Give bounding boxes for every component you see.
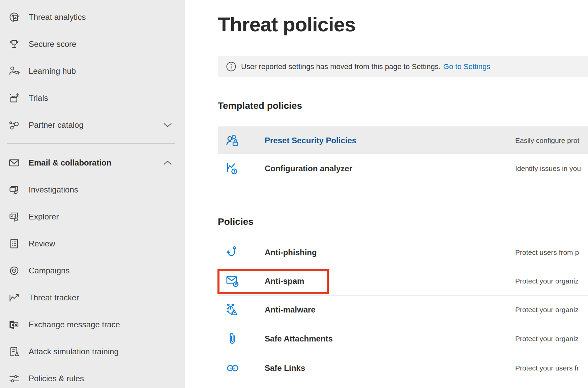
row-preset-security-policies[interactable]: Preset Security Policies Easily configur… xyxy=(218,126,588,154)
row-description: Protect your organiz xyxy=(515,335,579,343)
sidebar-item-partner-catalog[interactable]: Partner catalog xyxy=(0,112,185,139)
info-banner: User reported settings has moved from th… xyxy=(218,56,588,77)
sidebar-item-secure-score[interactable]: Secure score xyxy=(0,31,185,58)
sidebar-item-threat-tracker[interactable]: Threat tracker xyxy=(0,284,185,311)
sidebar-item-investigations[interactable]: Investigations xyxy=(0,176,185,203)
sidebar-item-label: Learning hub xyxy=(29,66,76,76)
chevron-down-icon[interactable] xyxy=(163,121,173,129)
sidebar-divider xyxy=(7,143,175,144)
anti-malware-icon xyxy=(225,302,240,317)
threat-tracker-icon xyxy=(8,292,20,304)
sidebar-item-label: Campaigns xyxy=(29,266,69,275)
anti-phishing-icon xyxy=(225,245,240,260)
attack-simulation-training-icon xyxy=(8,346,20,358)
section-heading-templated-policies: Templated policies xyxy=(218,100,302,111)
row-description: Protect your users fr xyxy=(515,364,579,372)
row-label: Anti-spam xyxy=(265,276,304,286)
sidebar-item-learning-hub[interactable]: Learning hub xyxy=(0,58,185,85)
row-label: Anti-malware xyxy=(265,305,316,315)
email-collaboration-icon xyxy=(8,157,20,169)
row-anti-malware[interactable]: Anti-malware Protect your organiz xyxy=(218,296,588,324)
threat-analytics-icon xyxy=(8,11,20,23)
sidebar-item-explorer[interactable]: Explorer xyxy=(0,203,185,230)
row-description: Easily configure prot xyxy=(515,137,579,145)
sidebar-item-label: Threat tracker xyxy=(29,293,79,302)
secure-score-icon xyxy=(8,38,20,50)
sidebar-item-policies-rules[interactable]: Policies & rules xyxy=(0,365,185,388)
sidebar-item-label: Explorer xyxy=(29,212,59,221)
main-content: Threat policies User reported settings h… xyxy=(185,0,588,388)
sidebar-item-label: Exchange message trace xyxy=(29,320,120,329)
row-description: Protect your organiz xyxy=(515,306,579,314)
sidebar-item-email-collaboration[interactable]: Email & collaboration xyxy=(0,149,185,176)
configuration-analyzer-icon xyxy=(225,161,240,176)
row-safe-attachments[interactable]: Safe Attachments Protect your organiz xyxy=(218,324,588,353)
exchange-message-trace-icon: E xyxy=(8,319,20,331)
go-to-settings-link[interactable]: Go to Settings xyxy=(443,62,490,71)
row-anti-spam[interactable]: Anti-spam Protect your organiz xyxy=(218,267,588,296)
safe-attachments-icon xyxy=(225,331,240,346)
screen: Threat analytics Secure score xyxy=(0,0,588,388)
sidebar-item-label: Trials xyxy=(29,93,48,103)
sidebar-item-campaigns[interactable]: Campaigns xyxy=(0,257,185,284)
info-icon xyxy=(226,61,236,72)
row-label: Anti-phishing xyxy=(265,248,317,257)
row-anti-phishing[interactable]: Anti-phishing Protect users from p xyxy=(218,238,588,267)
investigations-icon xyxy=(8,184,20,196)
banner-text: User reported settings has moved from th… xyxy=(241,62,441,71)
partner-catalog-icon xyxy=(8,119,20,131)
sidebar-item-label: Review xyxy=(29,239,55,248)
sidebar: Threat analytics Secure score xyxy=(0,0,185,388)
sidebar-item-attack-simulation-training[interactable]: Attack simulation training xyxy=(0,338,185,365)
review-icon xyxy=(8,238,20,250)
row-description: Protect your organiz xyxy=(515,277,579,285)
learning-hub-icon xyxy=(8,65,20,77)
sidebar-item-label: Attack simulation training xyxy=(29,347,119,356)
row-label: Preset Security Policies xyxy=(265,136,356,145)
sidebar-item-review[interactable]: Review xyxy=(0,230,185,257)
section-heading-policies: Policies xyxy=(218,216,254,227)
explorer-icon xyxy=(8,211,20,223)
row-label: Configuration analyzer xyxy=(265,164,352,173)
row-description: Protect users from p xyxy=(515,248,579,257)
row-description: Identify issues in you xyxy=(515,165,581,173)
sidebar-item-label: Partner catalog xyxy=(29,120,84,130)
row-label: Safe Attachments xyxy=(265,334,333,344)
sidebar-item-trials[interactable]: Trials xyxy=(0,85,185,112)
chevron-up-icon[interactable] xyxy=(163,159,173,167)
sidebar-item-label: Secure score xyxy=(29,39,76,49)
sidebar-item-exchange-message-trace[interactable]: E Exchange message trace xyxy=(0,311,185,338)
sidebar-item-label: Investigations xyxy=(29,185,78,195)
row-label: Safe Links xyxy=(265,363,305,373)
sidebar-item-threat-analytics[interactable]: Threat analytics xyxy=(0,4,185,31)
safe-links-icon xyxy=(225,361,240,376)
preset-security-policies-icon xyxy=(225,133,240,148)
row-safe-links[interactable]: Safe Links Protect your users fr xyxy=(218,353,588,383)
page-title: Threat policies xyxy=(218,13,355,36)
anti-spam-icon xyxy=(225,274,240,289)
sidebar-item-label: Threat analytics xyxy=(29,12,86,22)
trials-icon xyxy=(8,92,20,104)
sidebar-item-label: Email & collaboration xyxy=(29,158,111,168)
row-configuration-analyzer[interactable]: Configuration analyzer Identify issues i… xyxy=(218,154,588,183)
campaigns-icon xyxy=(8,265,20,277)
policies-rules-icon xyxy=(8,372,20,385)
sidebar-item-label: Policies & rules xyxy=(29,374,84,383)
